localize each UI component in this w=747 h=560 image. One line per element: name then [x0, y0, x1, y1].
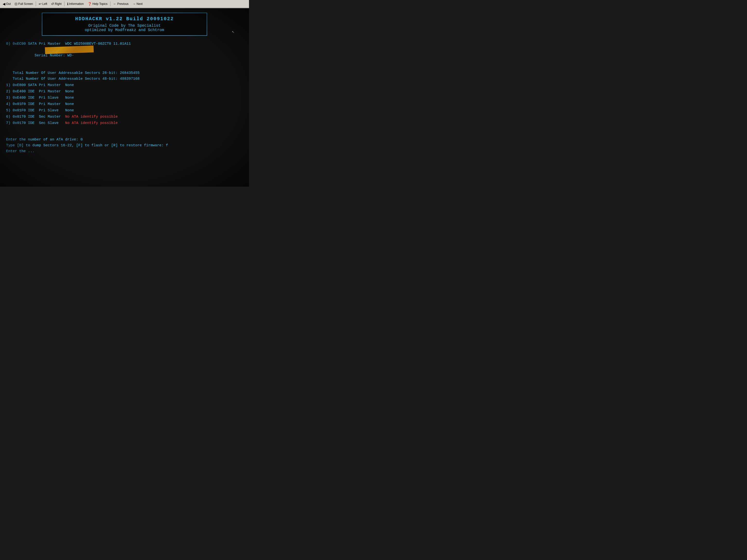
- drive-2-line: 2) 0xE400 IDE Pri Master None: [6, 89, 246, 95]
- mouse-cursor: ↖: [232, 29, 234, 34]
- prompt-1: Enter the number of an ATA drive: 0: [6, 137, 246, 143]
- drive-1-line: 1) 0xE800 SATA Pri Master None: [6, 82, 246, 88]
- terminal-area: HDDHACKR v1.22 Build 20091022 Original C…: [0, 8, 249, 187]
- drive-entry-6: 6) 0x0170 IDE Sec Master No ATA identify…: [6, 114, 246, 120]
- drive-list: 0) 0xEC00 SATA Pri Master WDC WD2500BEVT…: [4, 41, 246, 126]
- out-button[interactable]: ◀ Out: [1, 1, 12, 6]
- app-title: HDDHACKR v1.22 Build 20091022: [47, 16, 202, 22]
- fullscreen-button[interactable]: ⊡ Full Screen: [13, 1, 35, 6]
- drive-5-line: 5) 0x01F0 IDE Pri Slave None: [6, 108, 246, 113]
- drive-7-status: No ATA identify possible: [65, 121, 118, 125]
- tape-obstruction: [45, 46, 94, 54]
- prompt-2: Type [D] to dump Sectors 16-22, [F] to f…: [6, 143, 246, 149]
- right-icon: ↺: [51, 2, 54, 6]
- prev-icon: ←: [113, 2, 117, 6]
- drive-entry-3: 3) 0xE400 IDE Pri Slave None: [6, 95, 246, 101]
- drive-entry-0: 0) 0xEC00 SATA Pri Master WDC WD2500BEVT…: [6, 41, 246, 82]
- drive-4-line: 4) 0x01F0 IDE Pri Master None: [6, 101, 246, 107]
- drive-6-line: 6) 0x0170 IDE Sec Master No ATA identify…: [6, 114, 246, 120]
- left-icon: ↩: [38, 2, 42, 6]
- drive-0-sectors48: Total Number Of User Addressable Sectors…: [6, 76, 246, 82]
- toolbar: ◀ Out ⊡ Full Screen ↩ Left ↺ Right ℹ Inf…: [0, 0, 249, 8]
- drive-0-main-line: 0) 0xEC00 SATA Pri Master WDC WD2500BEVT…: [6, 41, 246, 47]
- drive-0-serial-line: Serial Number: WD-XXXXXXXXXXX: [6, 47, 246, 70]
- out-icon: ◀: [3, 2, 5, 6]
- right-button[interactable]: ↺ Right: [49, 1, 63, 6]
- next-icon: →: [132, 2, 136, 6]
- input-area: Enter the number of an ATA drive: 0 Type…: [4, 131, 246, 154]
- drive-3-line: 3) 0xE400 IDE Pri Slave None: [6, 95, 246, 101]
- drive-entry-5: 5) 0x01F0 IDE Pri Slave None: [6, 108, 246, 113]
- subtitle-1: Original Code by The Specialist: [47, 24, 202, 28]
- drive-entry-4: 4) 0x01F0 IDE Pri Master None: [6, 101, 246, 107]
- fullscreen-icon: ⊡: [15, 2, 18, 6]
- next-button[interactable]: → Next: [131, 1, 145, 6]
- help-topics-button[interactable]: ❓ Help Topics: [86, 1, 109, 6]
- info-icon: ℹ: [67, 2, 68, 6]
- information-button[interactable]: ℹ Information: [66, 1, 85, 6]
- prompt-3: Enter the ...: [6, 149, 246, 154]
- drive-7-line: 7) 0x0170 IDE Sec Slave No ATA identify …: [6, 120, 246, 126]
- previous-button[interactable]: ← Previous: [111, 1, 130, 6]
- drive-6-status: No ATA identify possible: [65, 115, 118, 119]
- drive-0-sectors28: Total Number Of User Addressable Sectors…: [6, 70, 246, 76]
- drive-entry-7: 7) 0x0170 IDE Sec Slave No ATA identify …: [6, 120, 246, 126]
- drive-entry-1: 1) 0xE800 SATA Pri Master None: [6, 82, 246, 88]
- title-box: HDDHACKR v1.22 Build 20091022 Original C…: [42, 12, 207, 36]
- main-content: HDDHACKR v1.22 Build 20091022 Original C…: [0, 8, 249, 187]
- drive-entry-2: 2) 0xE400 IDE Pri Master None: [6, 89, 246, 95]
- blank-line-1: [6, 131, 246, 137]
- subtitle-2: optimized by Modfreakz and Schtrom: [47, 28, 202, 32]
- separator-2: [64, 1, 65, 6]
- separator-1: [36, 1, 36, 6]
- left-button[interactable]: ↩ Left: [37, 1, 49, 6]
- help-icon: ❓: [87, 2, 92, 6]
- separator-3: [110, 1, 110, 6]
